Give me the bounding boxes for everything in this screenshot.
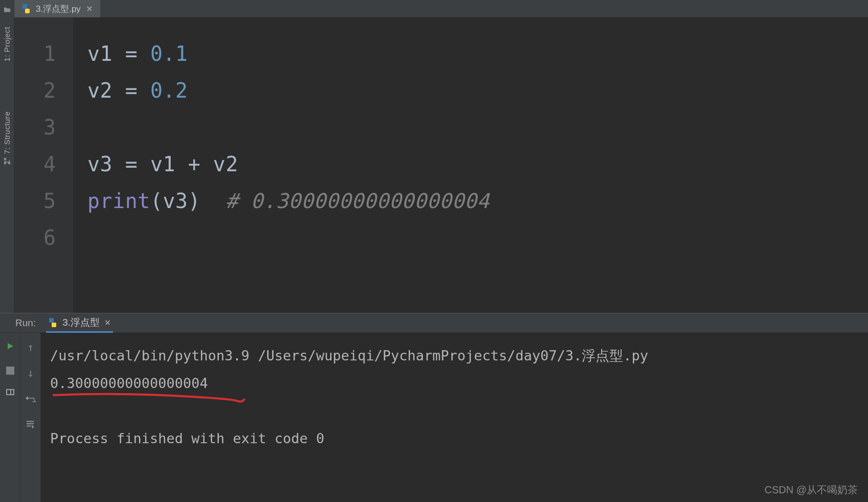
editor: 1 2 3 4 5 6 v1 = 0.1 v2 = 0.2 v3 = v1 + … bbox=[14, 17, 868, 313]
python-file-icon bbox=[48, 318, 57, 327]
stop-icon[interactable] bbox=[6, 367, 14, 375]
run-header: Run: 3.浮点型 bbox=[0, 313, 868, 333]
structure-icon[interactable] bbox=[3, 157, 11, 165]
editor-tab-name: 3.浮点型.py bbox=[36, 3, 81, 15]
console-exit: Process finished with exit code 0 bbox=[50, 430, 324, 446]
code-token: v3 = v1 + v2 bbox=[87, 152, 238, 176]
line-number: 2 bbox=[14, 72, 56, 109]
line-number: 1 bbox=[14, 35, 56, 72]
editor-tab[interactable]: 3.浮点型.py bbox=[14, 0, 101, 17]
structure-tab-label[interactable]: 7: Structure bbox=[3, 111, 11, 154]
close-icon[interactable] bbox=[105, 320, 111, 326]
down-icon[interactable]: ↓ bbox=[27, 368, 34, 379]
project-sidebar: 1: Project 7: Structure bbox=[0, 0, 14, 313]
code-token: v1 = bbox=[87, 42, 150, 65]
svg-rect-5 bbox=[27, 426, 31, 427]
run-body: ↑ ↓ ⮐ /usr/local/bin/python3.9 /Users/wu… bbox=[0, 333, 868, 502]
code-token: v2 = bbox=[87, 79, 150, 102]
close-icon[interactable] bbox=[86, 5, 93, 12]
run-panel: Run: 3.浮点型 ↑ ↓ ⮐ /usr/local/bin/python3.… bbox=[0, 313, 868, 502]
up-icon[interactable]: ↑ bbox=[27, 342, 34, 353]
run-nav-toolbar: ↑ ↓ ⮐ bbox=[20, 333, 41, 502]
svg-rect-4 bbox=[27, 423, 34, 424]
code-area[interactable]: v1 = 0.1 v2 = 0.2 v3 = v1 + v2 print(v3)… bbox=[73, 17, 868, 313]
svg-rect-0 bbox=[4, 158, 6, 160]
run-tab-name: 3.浮点型 bbox=[62, 316, 100, 329]
run-tab[interactable]: 3.浮点型 bbox=[46, 313, 113, 333]
line-number: 3 bbox=[14, 109, 56, 146]
line-number: 5 bbox=[14, 182, 56, 219]
console-cmd: /usr/local/bin/python3.9 /Users/wupeiqi/… bbox=[50, 348, 648, 363]
soft-wrap-icon[interactable]: ⮐ bbox=[25, 393, 36, 406]
editor-tab-bar: 3.浮点型.py bbox=[14, 0, 868, 17]
line-number: 6 bbox=[14, 219, 56, 256]
run-action-toolbar bbox=[0, 333, 20, 502]
project-tab-label[interactable]: 1: Project bbox=[3, 27, 11, 61]
layout-icon[interactable] bbox=[6, 389, 14, 395]
watermark: CSDN @从不喝奶茶 bbox=[764, 483, 858, 497]
code-token-comment: # 0.30000000000000004 bbox=[225, 189, 489, 213]
svg-rect-3 bbox=[27, 421, 34, 422]
console-line: 0.30000000000000004 bbox=[50, 375, 208, 391]
console-output[interactable]: /usr/local/bin/python3.9 /Users/wupeiqi/… bbox=[41, 333, 868, 502]
code-token-builtin: print bbox=[87, 189, 150, 213]
project-icon[interactable] bbox=[3, 6, 11, 13]
code-token: (v3) bbox=[150, 189, 226, 213]
code-token-number: 0.1 bbox=[150, 42, 188, 65]
python-file-icon bbox=[21, 4, 31, 13]
code-token-number: 0.2 bbox=[150, 79, 188, 102]
run-label: Run: bbox=[15, 317, 36, 329]
line-number: 4 bbox=[14, 146, 56, 182]
rerun-icon[interactable] bbox=[6, 342, 14, 352]
scroll-to-end-icon[interactable] bbox=[26, 420, 35, 431]
gutter: 1 2 3 4 5 6 bbox=[14, 17, 73, 313]
